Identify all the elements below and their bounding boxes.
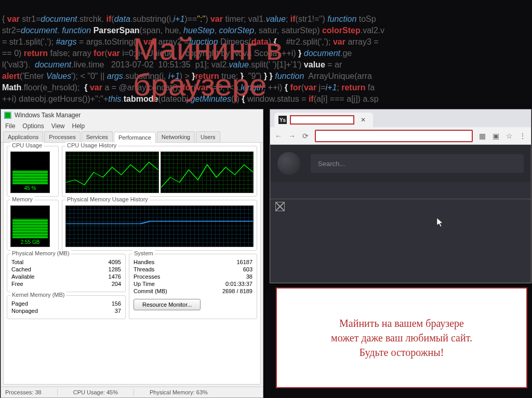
pm-total-k: Total	[11, 259, 23, 265]
address-bar-redacted[interactable]	[315, 130, 473, 142]
slide-title: Майнинг в браузере	[133, 31, 399, 103]
tab-services[interactable]: Services	[82, 131, 113, 142]
cpu-usage-value: 45 %	[24, 185, 36, 191]
km-paged-k: Paged	[11, 300, 28, 307]
pm-free-v: 204	[112, 281, 121, 287]
extension-icon-1[interactable]: ▦	[478, 132, 486, 140]
cpu-usage-group: CPU Usage 45 %	[7, 146, 59, 197]
status-cpu: CPU Usage: 45%	[73, 389, 134, 395]
cpu-history-graph-1	[65, 152, 159, 193]
memory-meter: 2.55 GB	[10, 205, 50, 247]
menu-view[interactable]: View	[51, 122, 65, 130]
tab-networking[interactable]: Networking	[157, 131, 195, 142]
menu-file[interactable]: File	[5, 122, 15, 130]
cpu-usage-label: CPU Usage	[10, 142, 44, 148]
menu-options[interactable]: Options	[22, 122, 44, 130]
warning-line3: Будьте осторожны!	[360, 347, 444, 358]
kernel-memory-group: Kernel Memory (MB) Paged156 Nonpaged37	[7, 295, 126, 319]
search-input[interactable]: Search...	[311, 154, 524, 173]
warning-line1: Майнить на вашем браузере	[339, 318, 464, 329]
sys-threads-k: Threads	[134, 266, 154, 272]
performance-panel: CPU Usage 45 % CPU Usage History	[3, 142, 261, 385]
mem-history-group: Physical Memory Usage History	[62, 200, 257, 251]
pm-total-v: 4095	[109, 259, 121, 265]
pm-avail-v: 1476	[109, 273, 121, 280]
back-icon[interactable]: ←	[274, 132, 283, 140]
pm-cached-v: 1285	[109, 266, 121, 272]
tab-processes[interactable]: Processes	[44, 131, 80, 142]
site-avatar-icon[interactable]	[277, 152, 300, 175]
cursor-icon	[436, 217, 445, 230]
pm-avail-k: Available	[11, 273, 34, 280]
task-manager-window: Windows Task Manager File Options View H…	[1, 109, 263, 398]
browser-window: Ys ✕ ← → ⟳ ▦ ▣ ☆ ⋮ Search...	[270, 109, 531, 283]
sys-handles-k: Handles	[134, 259, 154, 265]
tab-users[interactable]: Users	[196, 131, 220, 142]
pm-cached-k: Cached	[11, 266, 31, 272]
reload-icon[interactable]: ⟳	[301, 132, 310, 140]
task-manager-tabs: Applications Processes Services Performa…	[1, 131, 263, 143]
sys-proc-v: 38	[246, 273, 252, 280]
resource-monitor-button[interactable]: Resource Monitor...	[134, 299, 201, 310]
cpu-usage-meter: 45 %	[10, 152, 50, 193]
pm-free-k: Free	[11, 281, 23, 287]
sys-uptime-v: 0:01:33:37	[225, 281, 252, 287]
tab-title-redacted	[290, 115, 354, 125]
status-processes: Processes: 38	[5, 389, 58, 395]
browser-tabstrip: Ys ✕	[270, 109, 531, 127]
task-manager-titlebar[interactable]: Windows Task Manager	[1, 109, 263, 121]
physical-memory-group: Physical Memory (MB) Total4095 Cached128…	[7, 254, 126, 292]
task-manager-title: Windows Task Manager	[15, 112, 81, 119]
site-header: Search...	[270, 145, 531, 182]
task-manager-statusbar: Processes: 38 CPU Usage: 45% Physical Me…	[1, 387, 263, 397]
browser-content: Search...	[270, 145, 531, 283]
memory-group: Memory 2.55 GB	[7, 200, 59, 251]
content-divider	[270, 199, 531, 199]
km-nonpaged-k: Nonpaged	[11, 308, 38, 314]
warning-box: Майнить на вашем браузере может даже ваш…	[276, 287, 527, 388]
task-manager-icon	[4, 112, 11, 119]
sys-threads-v: 603	[243, 266, 252, 272]
cpu-history-graph-2	[161, 152, 254, 193]
sys-handles-v: 16187	[236, 259, 252, 265]
forward-icon[interactable]: →	[288, 132, 296, 140]
warning-line2: может даже ваш любимый сайт.	[331, 332, 472, 344]
memory-label: Memory	[10, 196, 34, 202]
physical-memory-label: Physical Memory (MB)	[10, 250, 71, 256]
sys-commit-v: 2698 / 8189	[222, 288, 252, 294]
browser-toolbar: ← → ⟳ ▦ ▣ ☆ ⋮	[270, 127, 531, 145]
broken-image-icon	[275, 202, 285, 211]
cpu-history-label: CPU Usage History	[65, 142, 118, 148]
mem-history-label: Physical Memory Usage History	[65, 196, 150, 202]
close-tab-icon[interactable]: ✕	[357, 116, 369, 123]
mem-history-graph	[65, 205, 254, 247]
sys-uptime-k: Up Time	[134, 281, 155, 287]
extension-icon-2[interactable]: ▣	[491, 132, 500, 140]
menu-help[interactable]: Help	[72, 122, 85, 130]
km-paged-v: 156	[112, 300, 121, 307]
favicon-icon: Ys	[278, 116, 287, 124]
km-nonpaged-v: 37	[115, 308, 121, 314]
status-memory: Physical Memory: 63%	[150, 389, 223, 395]
tab-applications[interactable]: Applications	[3, 131, 43, 142]
system-group: System Handles16187 Threads603 Processes…	[129, 254, 257, 319]
search-placeholder: Search...	[318, 160, 345, 168]
tab-performance[interactable]: Performance	[114, 132, 156, 143]
browser-tab[interactable]: Ys ✕	[274, 113, 373, 127]
sys-proc-k: Processes	[134, 273, 160, 280]
menu-icon[interactable]: ⋮	[518, 132, 527, 140]
sys-commit-k: Commit (MB)	[134, 288, 167, 294]
cpu-history-group: CPU Usage History	[62, 146, 257, 197]
system-label: System	[132, 250, 155, 256]
warning-text: Майнить на вашем браузере может даже ваш…	[331, 316, 472, 360]
bookmark-star-icon[interactable]: ☆	[505, 132, 513, 140]
memory-value: 2.55 GB	[21, 239, 40, 245]
task-manager-menu: File Options View Help	[1, 121, 263, 131]
kernel-memory-label: Kernel Memory (MB)	[10, 292, 66, 298]
